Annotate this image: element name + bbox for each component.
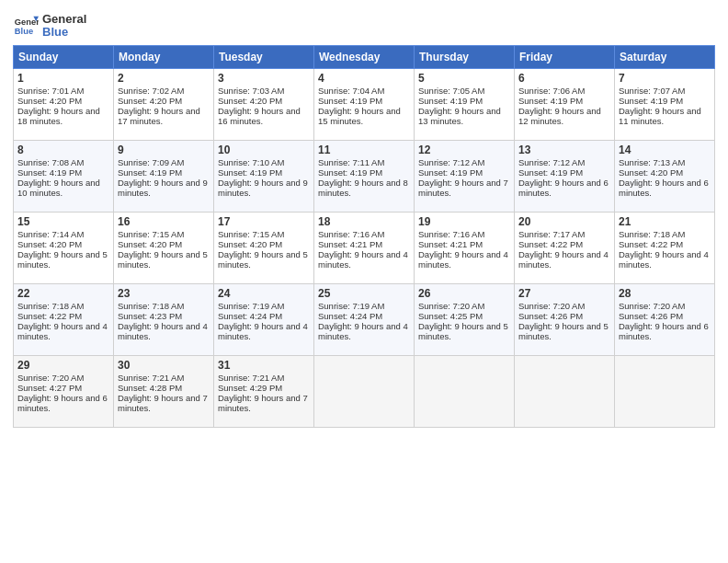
day-number: 12 [418,144,510,156]
sunset: Sunset: 4:19 PM [318,167,382,178]
day-number: 11 [318,144,410,156]
calendar-week-1: 8Sunrise: 7:08 AMSunset: 4:19 PMDaylight… [14,140,715,212]
sunset: Sunset: 4:19 PM [518,96,583,106]
sunrise: Sunrise: 7:06 AM [518,86,585,96]
calendar-cell: 27Sunrise: 7:20 AMSunset: 4:26 PMDayligh… [515,283,615,355]
calendar-week-4: 29Sunrise: 7:20 AMSunset: 4:27 PMDayligh… [14,355,715,427]
calendar-week-3: 22Sunrise: 7:18 AMSunset: 4:22 PMDayligh… [14,283,715,355]
calendar-cell: 25Sunrise: 7:19 AMSunset: 4:24 PMDayligh… [314,283,415,355]
sunset: Sunset: 4:19 PM [418,167,483,178]
calendar-table: SundayMondayTuesdayWednesdayThursdayFrid… [13,45,715,428]
daylight: Daylight: 9 hours and 5 minutes. [118,249,208,270]
calendar-cell: 9Sunrise: 7:09 AMSunset: 4:19 PMDaylight… [114,140,214,212]
daylight: Daylight: 9 hours and 16 minutes. [218,106,301,126]
daylight: Daylight: 9 hours and 11 minutes. [619,106,701,126]
sunrise: Sunrise: 7:11 AM [318,157,384,167]
daylight: Daylight: 9 hours and 8 minutes. [318,178,408,198]
calendar-cell: 22Sunrise: 7:18 AMSunset: 4:22 PMDayligh… [14,283,114,355]
sunrise: Sunrise: 7:12 AM [518,157,585,167]
calendar-header-thursday: Thursday [415,45,515,68]
sunrise: Sunrise: 7:05 AM [418,86,484,96]
day-number: 15 [17,215,109,228]
daylight: Daylight: 9 hours and 4 minutes. [418,249,508,270]
sunset: Sunset: 4:20 PM [218,239,282,249]
sunset: Sunset: 4:21 PM [418,239,483,249]
calendar-header-row: SundayMondayTuesdayWednesdayThursdayFrid… [14,45,715,68]
sunrise: Sunrise: 7:14 AM [17,229,84,239]
sunset: Sunset: 4:26 PM [518,311,583,321]
svg-text:Blue: Blue [15,28,33,37]
daylight: Daylight: 9 hours and 15 minutes. [318,106,401,126]
sunset: Sunset: 4:20 PM [218,96,282,106]
daylight: Daylight: 9 hours and 4 minutes. [318,321,408,341]
sunrise: Sunrise: 7:01 AM [17,86,84,96]
calendar-cell: 5Sunrise: 7:05 AMSunset: 4:19 PMDaylight… [415,68,515,140]
day-number: 1 [17,72,109,85]
day-number: 18 [318,215,410,228]
sunrise: Sunrise: 7:18 AM [118,301,184,311]
calendar-cell: 15Sunrise: 7:14 AMSunset: 4:20 PMDayligh… [14,212,114,283]
calendar-cell: 2Sunrise: 7:02 AMSunset: 4:20 PMDaylight… [114,68,214,140]
daylight: Daylight: 9 hours and 4 minutes. [17,321,108,341]
daylight: Daylight: 9 hours and 7 minutes. [118,393,208,413]
sunrise: Sunrise: 7:02 AM [118,86,184,96]
sunset: Sunset: 4:20 PM [118,239,182,249]
sunrise: Sunrise: 7:07 AM [619,86,685,96]
calendar-header-monday: Monday [114,45,214,68]
day-number: 31 [218,359,310,372]
daylight: Daylight: 9 hours and 4 minutes. [218,321,308,341]
logo-icon: General Blue [13,13,39,39]
sunrise: Sunrise: 7:12 AM [418,157,484,167]
calendar-cell [314,355,415,427]
calendar-cell: 16Sunrise: 7:15 AMSunset: 4:20 PMDayligh… [114,212,214,283]
daylight: Daylight: 9 hours and 17 minutes. [118,106,200,126]
calendar-cell: 13Sunrise: 7:12 AMSunset: 4:19 PMDayligh… [515,140,615,212]
sunset: Sunset: 4:19 PM [218,167,282,178]
day-number: 14 [619,144,711,156]
daylight: Daylight: 9 hours and 4 minutes. [518,249,609,270]
sunrise: Sunrise: 7:09 AM [118,157,184,167]
day-number: 4 [318,72,410,85]
day-number: 2 [118,72,210,85]
sunrise: Sunrise: 7:19 AM [218,301,284,311]
logo: General Blue General Blue [13,13,86,40]
sunset: Sunset: 4:19 PM [518,167,583,178]
day-number: 26 [418,287,510,300]
calendar-week-2: 15Sunrise: 7:14 AMSunset: 4:20 PMDayligh… [14,212,715,283]
calendar-cell: 11Sunrise: 7:11 AMSunset: 4:19 PMDayligh… [314,140,415,212]
daylight: Daylight: 9 hours and 5 minutes. [17,249,108,270]
calendar-cell: 31Sunrise: 7:21 AMSunset: 4:29 PMDayligh… [214,355,314,427]
sunset: Sunset: 4:24 PM [318,311,382,321]
sunset: Sunset: 4:19 PM [118,167,182,178]
sunset: Sunset: 4:22 PM [17,311,82,321]
sunset: Sunset: 4:20 PM [17,96,82,106]
day-number: 9 [118,144,210,156]
calendar-header-wednesday: Wednesday [314,45,415,68]
calendar-header-tuesday: Tuesday [214,45,314,68]
day-number: 10 [218,144,310,156]
day-number: 25 [318,287,410,300]
day-number: 3 [218,72,310,85]
calendar-header-sunday: Sunday [14,45,114,68]
sunrise: Sunrise: 7:19 AM [318,301,384,311]
sunrise: Sunrise: 7:10 AM [218,157,284,167]
sunset: Sunset: 4:28 PM [118,383,182,393]
sunrise: Sunrise: 7:20 AM [418,301,484,311]
daylight: Daylight: 9 hours and 12 minutes. [518,106,601,126]
sunset: Sunset: 4:20 PM [118,96,182,106]
sunrise: Sunrise: 7:16 AM [418,229,484,239]
sunrise: Sunrise: 7:04 AM [318,86,384,96]
calendar-cell [415,355,515,427]
daylight: Daylight: 9 hours and 4 minutes. [619,249,709,270]
calendar-cell: 24Sunrise: 7:19 AMSunset: 4:24 PMDayligh… [214,283,314,355]
daylight: Daylight: 9 hours and 6 minutes. [17,393,108,413]
day-number: 29 [17,359,109,372]
calendar-header-friday: Friday [515,45,615,68]
day-number: 13 [518,144,610,156]
calendar-cell: 21Sunrise: 7:18 AMSunset: 4:22 PMDayligh… [615,212,715,283]
daylight: Daylight: 9 hours and 9 minutes. [218,178,308,198]
calendar-cell: 7Sunrise: 7:07 AMSunset: 4:19 PMDaylight… [615,68,715,140]
calendar-page: General Blue General Blue SundayMondayTu… [0,0,728,563]
sunrise: Sunrise: 7:18 AM [17,301,84,311]
sunrise: Sunrise: 7:08 AM [17,157,84,167]
